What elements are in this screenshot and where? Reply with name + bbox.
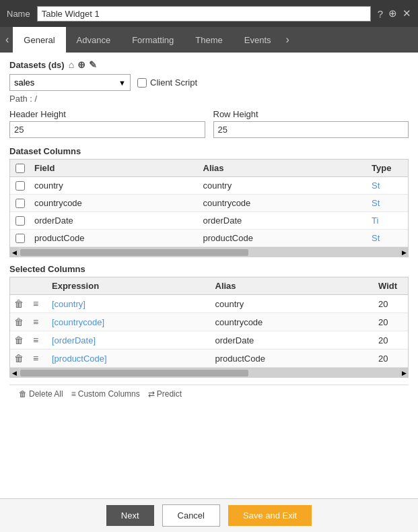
home-icon[interactable]: ⌂ (69, 59, 74, 70)
sc-row-expression: [countrycode] (48, 313, 211, 331)
close-icon[interactable]: ✕ (403, 7, 411, 20)
sc-col-expression: Expression (48, 277, 211, 294)
tab-theme[interactable]: Theme (184, 27, 233, 53)
sc-row-delete[interactable]: 🗑 (10, 350, 29, 367)
sc-row-alias: countrycode (211, 313, 375, 331)
save-exit-button[interactable]: Save and Exit (228, 505, 312, 526)
eq-icon: ≡ (33, 353, 38, 364)
datasets-row: sales ▼ Client Script (9, 74, 409, 91)
delete-all-action[interactable]: 🗑 Delete All (19, 389, 63, 399)
scroll-left-arrow[interactable]: ◀ (9, 248, 19, 257)
edit-icon[interactable]: ✎ (89, 59, 97, 70)
name-label: Name (7, 9, 30, 19)
custom-columns-action[interactable]: ≡ Custom Columns (71, 389, 140, 399)
predict-icon: ⇄ (148, 389, 155, 399)
delete-icon: 🗑 (14, 317, 24, 327)
dataset-columns-rows: country country St countrycode countryco… (10, 177, 408, 247)
row-height-input[interactable] (213, 121, 409, 138)
select-all-checkbox[interactable] (15, 164, 25, 173)
eq-icon: ≡ (33, 317, 38, 327)
main-content: Datasets (ds) ⌂ ⊕ ✎ sales ▼ Client Scrip… (0, 53, 418, 498)
selected-columns-table: Expression Alias Widt 🗑 ≡ [country] coun… (9, 277, 409, 368)
row-alias: productCode (199, 230, 368, 246)
sc-row-delete[interactable]: 🗑 (10, 331, 29, 349)
sc-row-eq: ≡ (29, 350, 48, 367)
row-type: Ti (368, 212, 408, 229)
move-icon[interactable]: ⊕ (388, 7, 397, 20)
row-type: St (368, 230, 408, 246)
header-height-input[interactable] (9, 121, 205, 138)
header-height-label: Header Height (9, 109, 205, 119)
sc-scroll-left[interactable]: ◀ (9, 368, 19, 378)
sc-col-alias: Alias (211, 277, 375, 294)
sc-row-alias: orderDate (211, 331, 375, 349)
sc-row-expression: [productCode] (48, 350, 211, 367)
delete-icon: 🗑 (14, 298, 24, 309)
row-checkbox[interactable] (15, 234, 25, 243)
help-icon[interactable]: ? (378, 8, 383, 20)
row-field: countrycode (30, 195, 199, 211)
sc-row-width: 20 (374, 295, 408, 312)
bottom-actions: 🗑 Delete All ≡ Custom Columns ⇄ Predict (9, 385, 409, 403)
col-header-field: Field (30, 160, 199, 176)
cancel-button[interactable]: Cancel (162, 504, 220, 527)
selected-columns-section: Selected Columns Expression Alias Widt 🗑… (9, 264, 409, 378)
row-type: St (368, 195, 408, 211)
dataset-dropdown[interactable]: sales ▼ (9, 74, 131, 91)
list-item: 🗑 ≡ [orderDate] orderDate 20 (10, 331, 408, 350)
next-button[interactable]: Next (106, 505, 154, 526)
tab-formatting[interactable]: Formatting (121, 27, 184, 53)
tab-next-arrow[interactable]: › (282, 27, 293, 53)
sc-scrollbar-thumb (20, 370, 248, 376)
row-checkbox-cell (10, 195, 30, 211)
row-height-group: Row Height (213, 109, 409, 138)
footer: Next Cancel Save and Exit (0, 498, 418, 532)
dropdown-arrow: ▼ (118, 79, 126, 87)
table-row: country country St (10, 177, 408, 195)
col-header-type: Type (368, 160, 408, 176)
selected-columns-header: Expression Alias Widt (10, 277, 408, 295)
sc-row-width: 20 (374, 331, 408, 349)
tab-general[interactable]: General (13, 27, 65, 53)
row-height-label: Row Height (213, 109, 409, 119)
dataset-columns-scrollbar[interactable]: ◀ ▶ (9, 248, 409, 257)
client-script-row: Client Script (137, 77, 197, 88)
title-bar: Name ? ⊕ ✕ (0, 0, 418, 27)
delete-all-icon: 🗑 (19, 389, 27, 399)
dataset-columns-table: Field Alias Type country country St coun… (9, 159, 409, 248)
row-checkbox-cell (10, 230, 30, 246)
table-row: productCode productCode St (10, 230, 408, 247)
client-script-checkbox[interactable] (137, 78, 147, 88)
scroll-right-arrow[interactable]: ▶ (399, 248, 409, 257)
sc-row-delete[interactable]: 🗑 (10, 295, 29, 312)
row-checkbox[interactable] (15, 181, 25, 191)
tab-prev-arrow[interactable]: ‹ (1, 27, 13, 53)
scrollbar-track (19, 248, 399, 257)
widget-name-input[interactable] (37, 6, 371, 22)
header-height-group: Header Height (9, 109, 205, 138)
add-icon[interactable]: ⊕ (77, 59, 85, 70)
sc-scroll-right[interactable]: ▶ (399, 368, 409, 378)
datasets-icons: ⌂ ⊕ ✎ (69, 59, 97, 70)
list-item: 🗑 ≡ [countrycode] countrycode 20 (10, 313, 408, 331)
row-checkbox[interactable] (15, 216, 25, 226)
row-checkbox[interactable] (15, 199, 25, 208)
eq-icon: ≡ (33, 335, 38, 345)
selected-columns-scrollbar[interactable]: ◀ ▶ (9, 368, 409, 378)
col-header-alias: Alias (199, 160, 368, 176)
list-item: 🗑 ≡ [country] country 20 (10, 295, 408, 313)
scrollbar-thumb (20, 249, 248, 256)
sc-col-width: Widt (374, 277, 408, 294)
tab-advance[interactable]: Advance (66, 27, 122, 53)
tab-events[interactable]: Events (234, 27, 282, 53)
row-checkbox-cell (10, 212, 30, 229)
predict-action[interactable]: ⇄ Predict (148, 389, 182, 399)
dataset-columns-section: Dataset Columns Field Alias Type country… (9, 146, 409, 257)
selected-columns-rows: 🗑 ≡ [country] country 20 🗑 ≡ [countrycod… (10, 295, 408, 368)
tab-bar: ‹ General Advance Formatting Theme Event… (0, 27, 418, 53)
sc-row-delete[interactable]: 🗑 (10, 313, 29, 331)
table-row: countrycode countrycode St (10, 195, 408, 212)
sc-row-expression: [orderDate] (48, 331, 211, 349)
col-header-checkbox (10, 160, 30, 176)
datasets-section-label: Datasets (ds) ⌂ ⊕ ✎ (9, 59, 409, 70)
